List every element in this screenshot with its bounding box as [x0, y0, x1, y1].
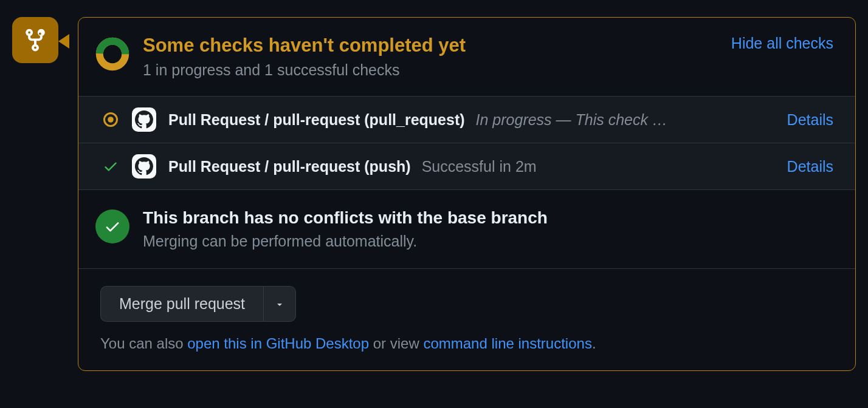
check-details-link[interactable]: Details — [787, 158, 833, 175]
success-check-icon — [103, 158, 119, 174]
github-actions-avatar — [132, 154, 156, 178]
command-line-instructions-link[interactable]: command line instructions — [423, 335, 591, 352]
github-actions-avatar — [132, 107, 156, 132]
checks-subtitle: 1 in progress and 1 successful checks — [143, 61, 731, 79]
merge-footer-section: Merge pull request You can also open thi… — [78, 268, 855, 370]
svg-point-1 — [100, 41, 125, 67]
github-mark-icon — [135, 157, 153, 175]
merge-hint-text: You can also open this in GitHub Desktop… — [100, 335, 833, 352]
check-message: In progress — This check … — [476, 111, 775, 129]
checks-list: Pull Request / pull-request (pull_reques… — [78, 96, 855, 189]
check-name: Pull Request / pull-request (push) — [168, 158, 411, 175]
check-row: Pull Request / pull-request (pull_reques… — [78, 97, 855, 143]
open-in-desktop-link[interactable]: open this in GitHub Desktop — [187, 335, 369, 352]
check-message: Successful in 2m — [422, 158, 775, 175]
status-donut-icon — [95, 37, 129, 71]
merge-panel: Some checks haven't completed yet 1 in p… — [78, 17, 856, 371]
svg-point-3 — [108, 117, 114, 123]
check-icon — [104, 218, 121, 235]
merge-status-title: This branch has no conflicts with the ba… — [143, 208, 548, 228]
github-mark-icon — [135, 110, 153, 129]
merge-button-group: Merge pull request — [100, 286, 296, 322]
merge-status-subtitle: Merging can be performed automatically. — [143, 233, 548, 250]
checks-title: Some checks haven't completed yet — [143, 35, 731, 56]
timeline-branch-badge — [12, 17, 58, 63]
git-merge-icon — [22, 27, 48, 53]
toggle-checks-link[interactable]: Hide all checks — [731, 35, 833, 52]
check-name: Pull Request / pull-request (pull_reques… — [168, 111, 465, 129]
check-details-link[interactable]: Details — [787, 111, 833, 129]
merge-success-badge — [95, 209, 129, 243]
merge-pull-request-button[interactable]: Merge pull request — [100, 286, 263, 322]
merge-box-container: Some checks haven't completed yet 1 in p… — [12, 17, 856, 371]
caret-down-icon — [275, 299, 284, 309]
check-row: Pull Request / pull-request (push) Succe… — [78, 143, 855, 189]
in-progress-icon — [103, 112, 119, 127]
merge-status-section: This branch has no conflicts with the ba… — [78, 189, 855, 268]
merge-options-dropdown-button[interactable] — [263, 286, 296, 322]
checks-summary-section: Some checks haven't completed yet 1 in p… — [78, 18, 855, 96]
